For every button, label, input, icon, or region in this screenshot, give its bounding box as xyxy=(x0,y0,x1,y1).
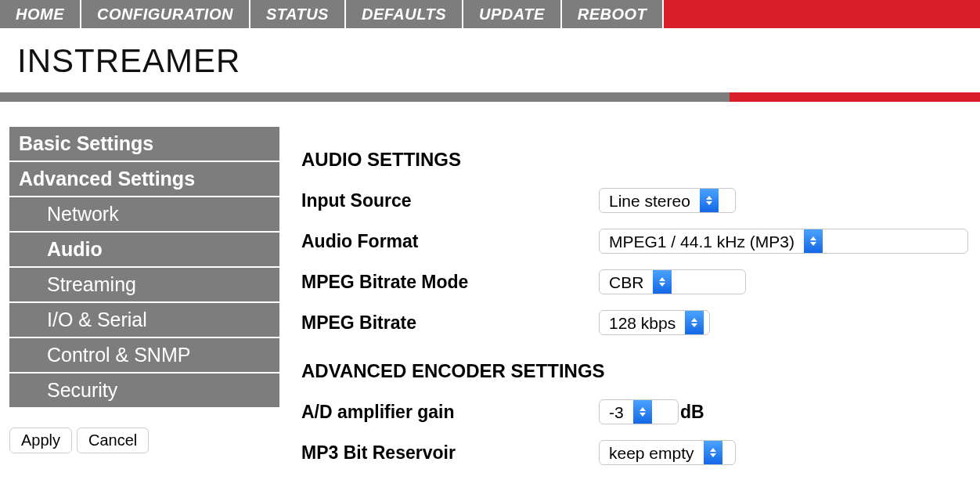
apply-button[interactable]: Apply xyxy=(9,428,72,453)
sidebar-item-security[interactable]: Security xyxy=(9,374,279,409)
sidebar-item-network[interactable]: Network xyxy=(9,197,279,233)
chevron-updown-icon xyxy=(804,229,823,253)
section-advanced-encoder: ADVANCED ENCODER SETTINGS xyxy=(301,360,971,382)
label-ad-gain: A/D amplifier gain xyxy=(301,402,599,423)
select-input-source[interactable]: Line stereo xyxy=(599,188,736,213)
nav-status[interactable]: STATUS xyxy=(250,0,346,28)
sidebar-item-streaming[interactable]: Streaming xyxy=(9,268,279,303)
section-audio-settings: AUDIO SETTINGS xyxy=(301,149,971,171)
select-mp3-reservoir[interactable]: keep empty xyxy=(599,440,736,465)
select-mpeg-bitrate[interactable]: 128 kbps xyxy=(599,310,710,335)
nav-update[interactable]: UPDATE xyxy=(463,0,562,28)
select-ad-gain[interactable]: -3 xyxy=(599,399,679,424)
chevron-updown-icon xyxy=(685,311,704,334)
select-mpeg-bitrate-mode[interactable]: CBR xyxy=(599,269,746,294)
main-panel: AUDIO SETTINGS Input Source Line stereo … xyxy=(301,127,971,481)
chevron-updown-icon xyxy=(633,400,652,424)
chevron-updown-icon xyxy=(653,270,672,294)
select-audio-format[interactable]: MPEG1 / 44.1 kHz (MP3) xyxy=(599,229,968,254)
select-input-source-value: Line stereo xyxy=(600,189,700,212)
chevron-updown-icon xyxy=(700,189,719,212)
unit-db: dB xyxy=(680,402,704,423)
sidebar: Basic Settings Advanced Settings Network… xyxy=(9,127,279,481)
sidebar-item-advanced-settings[interactable]: Advanced Settings xyxy=(9,162,279,197)
cancel-button[interactable]: Cancel xyxy=(77,428,149,453)
divider-bar xyxy=(0,92,980,102)
sidebar-item-basic-settings[interactable]: Basic Settings xyxy=(9,127,279,162)
page-title: INSTREAMER xyxy=(0,28,980,92)
nav-defaults[interactable]: DEFAULTS xyxy=(346,0,463,28)
nav-configuration[interactable]: CONFIGURATION xyxy=(81,0,250,28)
label-mp3-reservoir: MP3 Bit Reservoir xyxy=(301,442,599,464)
label-input-source: Input Source xyxy=(301,190,599,211)
sidebar-item-control-snmp[interactable]: Control & SNMP xyxy=(9,338,279,374)
label-audio-format: Audio Format xyxy=(301,231,599,252)
select-mp3-reservoir-value: keep empty xyxy=(600,441,704,464)
label-mpeg-bitrate-mode: MPEG Bitrate Mode xyxy=(301,272,599,293)
chevron-updown-icon xyxy=(704,441,722,464)
select-mpeg-bitrate-value: 128 kbps xyxy=(600,311,685,334)
sidebar-item-io-serial[interactable]: I/O & Serial xyxy=(9,303,279,338)
nav-reboot[interactable]: REBOOT xyxy=(562,0,665,28)
select-mpeg-bitrate-mode-value: CBR xyxy=(600,270,653,294)
select-ad-gain-value: -3 xyxy=(600,400,633,424)
top-nav: HOME CONFIGURATION STATUS DEFAULTS UPDAT… xyxy=(0,0,980,28)
select-audio-format-value: MPEG1 / 44.1 kHz (MP3) xyxy=(600,229,804,253)
nav-home[interactable]: HOME xyxy=(0,0,81,28)
label-mpeg-bitrate: MPEG Bitrate xyxy=(301,312,599,334)
sidebar-item-audio[interactable]: Audio xyxy=(9,233,279,268)
